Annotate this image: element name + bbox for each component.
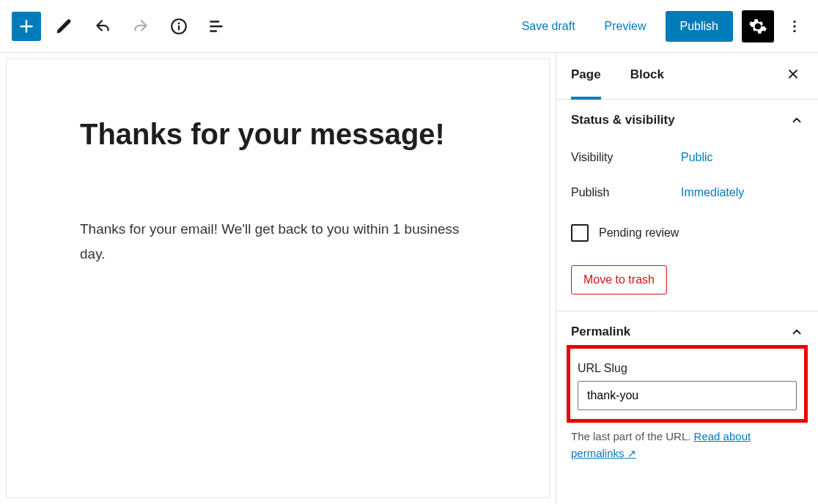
close-icon	[786, 67, 800, 81]
section-status-visibility-header[interactable]: Status & visibility	[571, 113, 803, 127]
section-permalink-header[interactable]: Permalink	[571, 325, 803, 339]
url-slug-input[interactable]	[578, 381, 797, 410]
content-area: Thanks for your message! Thanks for your…	[0, 53, 818, 504]
tab-page[interactable]: Page	[571, 53, 601, 100]
permalink-help-prefix: The last part of the URL.	[571, 430, 694, 442]
section-title: Status & visibility	[571, 113, 675, 127]
url-slug-label: URL Slug	[578, 362, 797, 375]
editor-toolbar: Save draft Preview Publish	[0, 0, 818, 53]
undo-button[interactable]	[88, 12, 117, 41]
publish-row: Publish Immediately	[571, 168, 803, 204]
edit-mode-button[interactable]	[50, 12, 79, 41]
settings-sidebar: Page Block Status & visibility Visibilit…	[556, 53, 818, 504]
external-link-icon: ↗	[627, 448, 636, 459]
pending-review-label: Pending review	[599, 226, 679, 240]
toolbar-left	[12, 12, 232, 41]
editor-canvas[interactable]: Thanks for your message! Thanks for your…	[6, 59, 550, 498]
svg-point-4	[793, 25, 795, 27]
visibility-row: Visibility Public	[571, 133, 803, 168]
preview-button[interactable]: Preview	[594, 12, 657, 40]
chevron-up-icon	[790, 114, 803, 127]
redo-icon	[131, 17, 150, 36]
more-options-button[interactable]	[783, 10, 806, 42]
pending-review-row: Pending review	[571, 204, 803, 252]
svg-point-5	[793, 29, 795, 32]
close-sidebar-button[interactable]	[783, 64, 803, 89]
permalink-help-text: The last part of the URL. Read about per…	[571, 429, 803, 462]
sidebar-tabs: Page Block	[556, 53, 818, 100]
chevron-up-icon	[790, 325, 803, 338]
svg-point-1	[178, 22, 180, 24]
redo-button[interactable]	[126, 12, 155, 41]
save-draft-button[interactable]: Save draft	[512, 12, 586, 40]
info-icon	[169, 17, 188, 36]
visibility-label: Visibility	[571, 151, 681, 164]
section-permalink: Permalink URL Slug The last part of the …	[556, 311, 818, 478]
pending-review-checkbox[interactable]	[571, 224, 589, 242]
tab-block[interactable]: Block	[630, 53, 664, 100]
outline-button[interactable]	[202, 12, 232, 41]
svg-rect-2	[178, 25, 180, 29]
visibility-value[interactable]: Public	[681, 151, 713, 164]
gear-icon	[748, 17, 767, 36]
pencil-icon	[55, 17, 74, 36]
plus-icon	[17, 17, 36, 36]
url-slug-highlight: URL Slug	[567, 345, 808, 423]
section-title: Permalink	[571, 325, 630, 339]
publish-value[interactable]: Immediately	[681, 186, 744, 199]
editor-wrapper: Thanks for your message! Thanks for your…	[0, 53, 556, 504]
settings-button[interactable]	[742, 10, 774, 42]
toolbar-right: Save draft Preview Publish	[512, 10, 806, 42]
page-title[interactable]: Thanks for your message!	[80, 118, 476, 151]
svg-point-3	[793, 20, 795, 22]
section-status-visibility: Status & visibility Visibility Public Pu…	[556, 100, 818, 311]
move-to-trash-button[interactable]: Move to trash	[571, 265, 667, 294]
publish-button[interactable]: Publish	[666, 11, 733, 42]
add-block-button[interactable]	[12, 12, 41, 41]
undo-icon	[93, 17, 112, 36]
kebab-icon	[786, 18, 803, 34]
info-button[interactable]	[164, 12, 194, 41]
publish-label: Publish	[571, 186, 681, 199]
page-body-paragraph[interactable]: Thanks for your email! We'll get back to…	[80, 217, 476, 267]
list-view-icon	[207, 17, 226, 36]
